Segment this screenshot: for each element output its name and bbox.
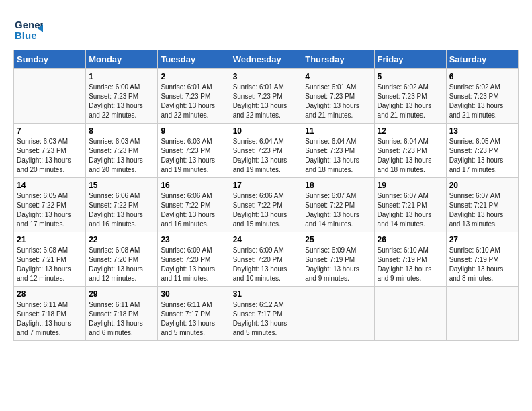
day-cell: 7Sunrise: 6:03 AMSunset: 7:23 PMDaylight… [14,124,86,178]
day-number: 22 [89,235,154,244]
day-number: 6 [449,72,515,81]
page-header: General Blue [13,13,519,43]
day-cell: 8Sunrise: 6:03 AMSunset: 7:23 PMDaylight… [86,124,158,178]
logo: General Blue [13,13,43,43]
day-cell: 6Sunrise: 6:02 AMSunset: 7:23 PMDaylight… [446,69,518,124]
day-info: Sunrise: 6:05 AMSunset: 7:23 PMDaylight:… [449,138,504,173]
week-row-5: 28Sunrise: 6:11 AMSunset: 7:18 PMDayligh… [14,287,519,341]
day-info: Sunrise: 6:06 AMSunset: 7:22 PMDaylight:… [233,192,287,228]
day-number: 10 [233,126,300,136]
day-cell [374,287,446,341]
day-info: Sunrise: 6:03 AMSunset: 7:23 PMDaylight:… [17,138,71,173]
day-info: Sunrise: 6:08 AMSunset: 7:21 PMDaylight:… [17,246,71,282]
day-info: Sunrise: 6:04 AMSunset: 7:23 PMDaylight:… [378,138,432,173]
day-number: 9 [161,126,226,136]
column-header-tuesday: Tuesday [158,50,230,69]
day-cell: 9Sunrise: 6:03 AMSunset: 7:23 PMDaylight… [158,124,230,178]
day-cell: 27Sunrise: 6:10 AMSunset: 7:19 PMDayligh… [446,232,518,287]
day-info: Sunrise: 6:03 AMSunset: 7:23 PMDaylight:… [161,138,215,173]
day-info: Sunrise: 6:07 AMSunset: 7:21 PMDaylight:… [449,192,504,228]
column-header-sunday: Sunday [14,50,86,69]
day-cell: 5Sunrise: 6:02 AMSunset: 7:23 PMDaylight… [374,69,446,124]
day-cell: 1Sunrise: 6:00 AMSunset: 7:23 PMDaylight… [86,69,158,124]
day-info: Sunrise: 6:02 AMSunset: 7:23 PMDaylight:… [378,83,432,119]
day-cell [302,287,374,341]
header-row: SundayMondayTuesdayWednesdayThursdayFrid… [14,50,519,69]
week-row-2: 7Sunrise: 6:03 AMSunset: 7:23 PMDaylight… [14,124,519,178]
day-cell [446,287,518,341]
day-number: 21 [17,235,83,244]
day-number: 20 [449,181,515,190]
logo-icon: General Blue [13,13,43,43]
day-number: 31 [233,289,300,299]
column-header-friday: Friday [374,50,446,69]
day-number: 15 [89,181,154,190]
day-cell: 14Sunrise: 6:05 AMSunset: 7:22 PMDayligh… [14,178,86,232]
day-cell: 24Sunrise: 6:09 AMSunset: 7:20 PMDayligh… [230,232,302,287]
day-cell: 31Sunrise: 6:12 AMSunset: 7:17 PMDayligh… [230,287,302,341]
day-info: Sunrise: 6:09 AMSunset: 7:20 PMDaylight:… [161,246,215,282]
day-cell [14,69,86,124]
day-info: Sunrise: 6:01 AMSunset: 7:23 PMDaylight:… [233,83,287,119]
day-info: Sunrise: 6:06 AMSunset: 7:22 PMDaylight:… [161,192,215,228]
day-info: Sunrise: 6:09 AMSunset: 7:19 PMDaylight:… [305,246,359,282]
day-cell: 26Sunrise: 6:10 AMSunset: 7:19 PMDayligh… [374,232,446,287]
day-info: Sunrise: 6:00 AMSunset: 7:23 PMDaylight:… [89,83,143,119]
column-header-saturday: Saturday [446,50,518,69]
day-info: Sunrise: 6:10 AMSunset: 7:19 PMDaylight:… [449,246,504,282]
day-cell: 30Sunrise: 6:11 AMSunset: 7:17 PMDayligh… [158,287,230,341]
day-cell: 22Sunrise: 6:08 AMSunset: 7:20 PMDayligh… [86,232,158,287]
week-row-1: 1Sunrise: 6:00 AMSunset: 7:23 PMDaylight… [14,69,519,124]
day-info: Sunrise: 6:04 AMSunset: 7:23 PMDaylight:… [305,138,359,173]
day-info: Sunrise: 6:11 AMSunset: 7:18 PMDaylight:… [17,301,71,336]
day-number: 12 [378,126,443,136]
day-number: 5 [378,72,443,81]
day-info: Sunrise: 6:11 AMSunset: 7:17 PMDaylight:… [161,301,215,336]
day-info: Sunrise: 6:03 AMSunset: 7:23 PMDaylight:… [89,138,143,173]
day-number: 14 [17,181,83,190]
day-number: 7 [17,126,83,136]
day-number: 29 [89,289,154,299]
day-number: 24 [233,235,300,244]
day-cell: 20Sunrise: 6:07 AMSunset: 7:21 PMDayligh… [446,178,518,232]
day-number: 30 [161,289,226,299]
column-header-thursday: Thursday [302,50,374,69]
day-info: Sunrise: 6:09 AMSunset: 7:20 PMDaylight:… [233,246,287,282]
day-info: Sunrise: 6:01 AMSunset: 7:23 PMDaylight:… [305,83,359,119]
day-number: 16 [161,181,226,190]
day-number: 2 [161,72,226,81]
day-info: Sunrise: 6:07 AMSunset: 7:22 PMDaylight:… [305,192,359,228]
column-header-wednesday: Wednesday [230,50,302,69]
day-number: 25 [305,235,371,244]
day-number: 27 [449,235,515,244]
day-number: 18 [305,181,371,190]
day-info: Sunrise: 6:12 AMSunset: 7:17 PMDaylight:… [233,301,287,336]
day-number: 13 [449,126,515,136]
day-info: Sunrise: 6:02 AMSunset: 7:23 PMDaylight:… [449,83,504,119]
column-header-monday: Monday [86,50,158,69]
day-cell: 25Sunrise: 6:09 AMSunset: 7:19 PMDayligh… [302,232,374,287]
calendar-table: SundayMondayTuesdayWednesdayThursdayFrid… [13,50,519,341]
day-info: Sunrise: 6:05 AMSunset: 7:22 PMDaylight:… [17,192,71,228]
day-info: Sunrise: 6:08 AMSunset: 7:20 PMDaylight:… [89,246,143,282]
week-row-4: 21Sunrise: 6:08 AMSunset: 7:21 PMDayligh… [14,232,519,287]
day-cell: 23Sunrise: 6:09 AMSunset: 7:20 PMDayligh… [158,232,230,287]
day-number: 8 [89,126,154,136]
day-cell: 3Sunrise: 6:01 AMSunset: 7:23 PMDaylight… [230,69,302,124]
day-number: 1 [89,72,154,81]
week-row-3: 14Sunrise: 6:05 AMSunset: 7:22 PMDayligh… [14,178,519,232]
day-number: 23 [161,235,226,244]
day-cell: 21Sunrise: 6:08 AMSunset: 7:21 PMDayligh… [14,232,86,287]
day-info: Sunrise: 6:11 AMSunset: 7:18 PMDaylight:… [89,301,143,336]
day-info: Sunrise: 6:07 AMSunset: 7:21 PMDaylight:… [378,192,432,228]
day-cell: 12Sunrise: 6:04 AMSunset: 7:23 PMDayligh… [374,124,446,178]
day-cell: 13Sunrise: 6:05 AMSunset: 7:23 PMDayligh… [446,124,518,178]
day-cell: 17Sunrise: 6:06 AMSunset: 7:22 PMDayligh… [230,178,302,232]
day-cell: 28Sunrise: 6:11 AMSunset: 7:18 PMDayligh… [14,287,86,341]
day-cell: 15Sunrise: 6:06 AMSunset: 7:22 PMDayligh… [86,178,158,232]
day-number: 3 [233,72,300,81]
day-cell: 2Sunrise: 6:01 AMSunset: 7:23 PMDaylight… [158,69,230,124]
day-number: 28 [17,289,83,299]
day-number: 4 [305,72,371,81]
day-info: Sunrise: 6:10 AMSunset: 7:19 PMDaylight:… [378,246,432,282]
